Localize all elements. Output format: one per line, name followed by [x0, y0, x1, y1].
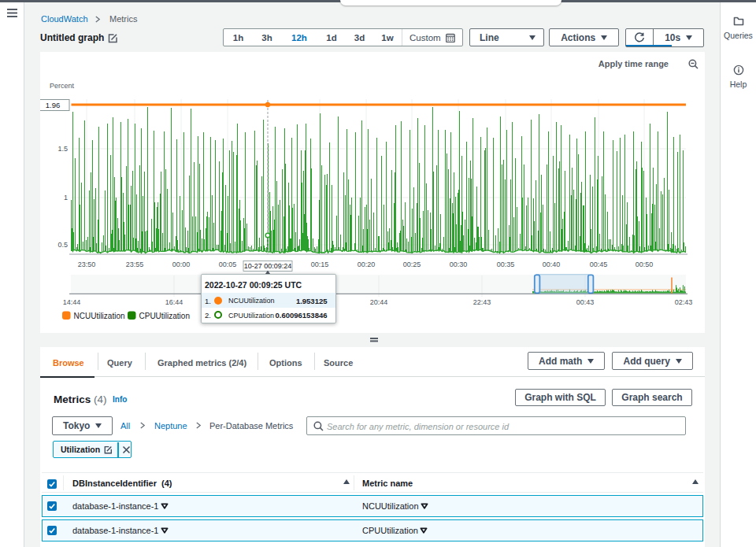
- svg-text:00:40: 00:40: [543, 261, 561, 268]
- svg-text:00:05: 00:05: [219, 261, 237, 268]
- svg-text:0.5: 0.5: [57, 241, 68, 249]
- svg-text:23:55: 23:55: [126, 261, 144, 268]
- svg-text:CPUUtilization: CPUUtilization: [139, 312, 190, 320]
- svg-text:10-27 00:09:24: 10-27 00:09:24: [244, 262, 292, 270]
- svg-text:00:50: 00:50: [636, 261, 654, 268]
- svg-text:00:35: 00:35: [497, 261, 515, 268]
- svg-text:1: 1: [64, 194, 68, 201]
- svg-text:20:44: 20:44: [370, 298, 388, 306]
- svg-text:00:15: 00:15: [311, 261, 329, 268]
- svg-text:00:43: 00:43: [576, 298, 595, 306]
- svg-text:00:20: 00:20: [358, 261, 376, 268]
- svg-text:00:00: 00:00: [172, 261, 191, 268]
- svg-text:NCUUtilization: NCUUtilization: [74, 312, 125, 320]
- svg-text:22:43: 22:43: [473, 298, 491, 306]
- svg-text:14:44: 14:44: [63, 298, 81, 306]
- svg-text:00:45: 00:45: [590, 261, 608, 268]
- svg-text:1.96: 1.96: [46, 101, 61, 109]
- svg-text:23:50: 23:50: [78, 261, 96, 268]
- svg-text:00:30: 00:30: [450, 261, 468, 268]
- svg-text:00:25: 00:25: [403, 261, 421, 268]
- svg-text:02:43: 02:43: [675, 298, 693, 306]
- svg-text:1.5: 1.5: [57, 145, 68, 153]
- svg-text:16:44: 16:44: [165, 298, 183, 306]
